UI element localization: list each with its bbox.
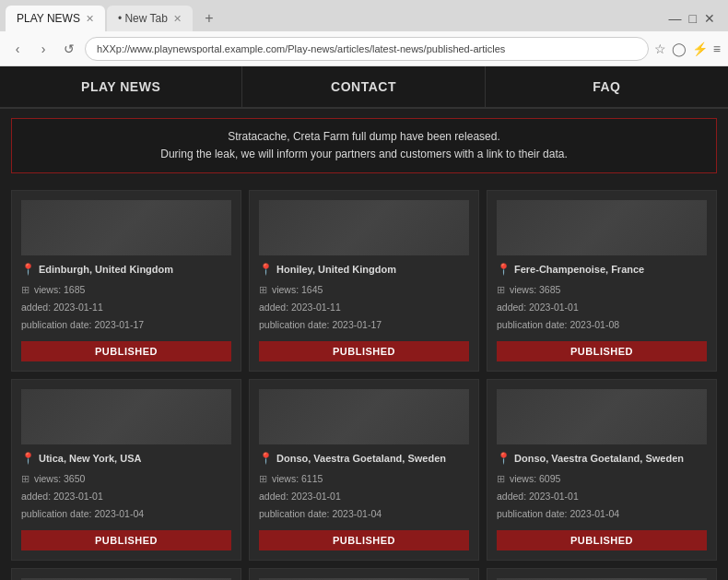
location-pin-icon: 📍 xyxy=(497,263,511,276)
card-added: added: 2023-01-01 xyxy=(497,299,707,316)
card-thumbnail xyxy=(21,389,231,444)
card-views: ⊞ views: 1685 xyxy=(21,281,231,299)
cards-grid: 📍Edinburgh, United Kingdom⊞ views: 1685a… xyxy=(0,183,728,580)
card-added: added: 2023-01-01 xyxy=(497,488,707,505)
browser-chrome: PLAY NEWS ✕ • New Tab ✕ + — □ ✕ ‹ › ↺ hX… xyxy=(0,0,728,66)
card-views: ⊞ views: 6095 xyxy=(497,470,707,488)
nav-item-contact[interactable]: CONTACT xyxy=(242,66,485,107)
card-location: 📍Utica, New York, USA xyxy=(21,452,231,465)
card-added: added: 2023-01-11 xyxy=(259,299,469,316)
tab-play-news[interactable]: PLAY NEWS ✕ xyxy=(6,6,105,31)
menu-icon[interactable]: ≡ xyxy=(713,41,721,56)
location-pin-icon: 📍 xyxy=(21,263,35,276)
card-meta: ⊞ views: 6095added: 2023-01-01publicatio… xyxy=(497,470,707,523)
card-views: ⊞ views: 3650 xyxy=(21,470,231,488)
card-item[interactable]: 📍Utica, New York, USA⊞ views: 3650added:… xyxy=(11,379,241,561)
card-publication-date: publication date: 2023-01-04 xyxy=(497,505,707,523)
close-window-icon[interactable]: ✕ xyxy=(704,11,715,26)
tab-label: • New Tab xyxy=(118,12,168,25)
views-icon: ⊞ xyxy=(259,473,267,484)
minimize-icon[interactable]: — xyxy=(669,11,682,26)
location-text: Donso, Vaestra Goetaland, Sweden xyxy=(276,453,446,464)
views-icon: ⊞ xyxy=(497,473,505,484)
alert-line2: During the leak, we will inform your par… xyxy=(21,146,707,163)
card-location: 📍Donso, Vaestra Goetaland, Sweden xyxy=(497,452,707,465)
card-added: added: 2023-01-01 xyxy=(21,488,231,505)
location-text: Fere-Champenoise, France xyxy=(514,264,644,275)
card-meta: ⊞ views: 1645added: 2023-01-11publicatio… xyxy=(259,281,469,334)
card-item[interactable]: 📍Donso, Vaestra Goetaland, Sweden⊞ views… xyxy=(487,379,717,561)
shield-icon[interactable]: ◯ xyxy=(672,41,687,56)
card-added: added: 2023-01-01 xyxy=(259,488,469,505)
card-location: 📍Fere-Champenoise, France xyxy=(497,263,707,276)
views-icon: ⊞ xyxy=(21,284,29,295)
card-item[interactable]: 📍Edinburgh, United Kingdom⊞ views: 1685a… xyxy=(11,190,241,372)
card-item[interactable]: 📍Maracaibo, Zulia, Venezuela⊞ views: 674… xyxy=(11,568,241,580)
nav-bar: PLAY NEWS CONTACT FAQ xyxy=(0,66,728,109)
reload-button[interactable]: ↺ xyxy=(59,39,79,59)
card-thumbnail xyxy=(259,200,469,255)
nav-item-faq[interactable]: FAQ xyxy=(486,66,728,107)
location-text: Utica, New York, USA xyxy=(39,453,141,464)
tab-bar: PLAY NEWS ✕ • New Tab ✕ + — □ ✕ xyxy=(0,0,728,31)
card-location: 📍Honiley, United Kingdom xyxy=(259,263,469,276)
card-location: 📍Donso, Vaestra Goetaland, Sweden xyxy=(259,452,469,465)
card-publication-date: publication date: 2023-01-17 xyxy=(21,316,231,334)
card-item[interactable]: 📍Bad Arolsen, Germany⊞ views: 7080added:… xyxy=(249,568,479,580)
forward-button[interactable]: › xyxy=(33,39,53,59)
extensions-icon[interactable]: ⚡ xyxy=(692,41,708,56)
card-views: ⊞ views: 6115 xyxy=(259,470,469,488)
card-status-badge: PUBLISHED xyxy=(21,530,231,550)
alert-line1: Stratacache, Creta Farm full dump have b… xyxy=(21,128,707,146)
maximize-icon[interactable]: □ xyxy=(689,11,697,26)
nav-item-play-news[interactable]: PLAY NEWS xyxy=(0,66,242,107)
card-item[interactable]: 📍Fere-Champenoise, France⊞ views: 3685ad… xyxy=(487,190,717,372)
close-icon[interactable]: ✕ xyxy=(86,13,94,25)
back-button[interactable]: ‹ xyxy=(7,39,28,59)
card-location: 📍Edinburgh, United Kingdom xyxy=(21,263,231,276)
address-bar-row: ‹ › ↺ hXXp://www.playnewsportal.example.… xyxy=(0,31,728,66)
card-meta: ⊞ views: 6115added: 2023-01-01publicatio… xyxy=(259,470,469,523)
card-thumbnail xyxy=(497,200,707,255)
card-publication-date: publication date: 2023-01-17 xyxy=(259,316,469,334)
card-publication-date: publication date: 2023-01-08 xyxy=(497,316,707,334)
card-item[interactable]: 📍Donso, Vaestra Goetaland, Sweden⊞ views… xyxy=(249,379,479,561)
card-item[interactable]: 📍Singapore, Singapore⊞ views: 6832added:… xyxy=(487,568,717,580)
location-pin-icon: 📍 xyxy=(21,452,35,465)
card-thumbnail xyxy=(21,200,231,255)
card-status-badge: PUBLISHED xyxy=(259,530,469,550)
views-icon: ⊞ xyxy=(21,473,29,484)
card-meta: ⊞ views: 1685added: 2023-01-11publicatio… xyxy=(21,281,231,334)
views-icon: ⊞ xyxy=(259,284,267,295)
tab-label: PLAY NEWS xyxy=(17,12,80,25)
card-status-badge: PUBLISHED xyxy=(497,341,707,361)
views-icon: ⊞ xyxy=(497,284,505,295)
location-pin-icon: 📍 xyxy=(259,263,273,276)
new-tab-button[interactable]: + xyxy=(198,7,220,30)
close-icon[interactable]: ✕ xyxy=(173,13,182,25)
location-text: Edinburgh, United Kingdom xyxy=(39,264,173,275)
bookmark-icon[interactable]: ☆ xyxy=(654,41,666,56)
card-status-badge: PUBLISHED xyxy=(21,341,231,361)
alert-banner: Stratacache, Creta Farm full dump have b… xyxy=(11,118,717,173)
tab-new-tab[interactable]: • New Tab ✕ xyxy=(107,6,193,31)
card-meta: ⊞ views: 3685added: 2023-01-01publicatio… xyxy=(497,281,707,334)
card-meta: ⊞ views: 3650added: 2023-01-01publicatio… xyxy=(21,470,231,523)
card-publication-date: publication date: 2023-01-04 xyxy=(21,505,231,523)
page-content: PLAY NEWS CONTACT FAQ Stratacache, Creta… xyxy=(0,66,728,580)
card-thumbnail xyxy=(259,389,469,444)
cards-section: PLAY 📍Edinburgh, United Kingdom⊞ views: … xyxy=(0,183,728,580)
card-views: ⊞ views: 3685 xyxy=(497,281,707,299)
card-views: ⊞ views: 1645 xyxy=(259,281,469,299)
card-status-badge: PUBLISHED xyxy=(497,530,707,550)
window-controls: — □ ✕ xyxy=(669,11,722,26)
card-status-badge: PUBLISHED xyxy=(259,341,469,361)
location-text: Honiley, United Kingdom xyxy=(276,264,396,275)
card-added: added: 2023-01-11 xyxy=(21,299,231,316)
address-bar[interactable]: hXXp://www.playnewsportal.example.com/Pl… xyxy=(85,37,649,61)
location-text: Donso, Vaestra Goetaland, Sweden xyxy=(514,453,684,464)
location-pin-icon: 📍 xyxy=(497,452,511,465)
card-thumbnail xyxy=(497,389,707,444)
toolbar-icons: ☆ ◯ ⚡ ≡ xyxy=(654,41,721,56)
card-item[interactable]: 📍Honiley, United Kingdom⊞ views: 1645add… xyxy=(249,190,479,372)
